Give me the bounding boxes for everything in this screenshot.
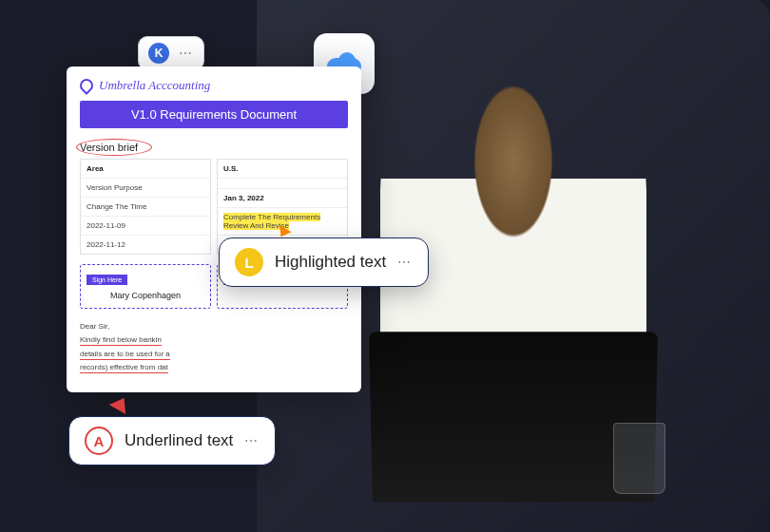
section-version-brief: Version brief <box>80 142 138 153</box>
document-title: V1.0 Requirements Document <box>80 101 348 128</box>
table-cell: 2022-11-09 <box>81 217 210 236</box>
callout-label: Highlighted text <box>275 253 386 272</box>
more-icon[interactable]: ⋯ <box>179 46 194 61</box>
avatar-l: L <box>235 248 263 276</box>
table-cell: U.S. <box>218 160 347 179</box>
more-icon[interactable]: ⋯ <box>397 255 413 270</box>
brand-name: Umbrella Acccounting <box>99 78 210 93</box>
letter-line: details are to be used for a <box>80 348 348 361</box>
table-cell: Area <box>81 160 210 179</box>
table-cell <box>218 179 347 189</box>
more-icon[interactable]: ⋯ <box>244 433 260 448</box>
avatar-k: K <box>148 43 169 64</box>
brand-row: Umbrella Acccounting <box>80 78 348 93</box>
callout-highlighted-text[interactable]: L Highlighted text ⋯ <box>219 238 429 287</box>
table-cell: 2022-11-12 <box>81 236 210 254</box>
signature-name: Mary Copenhagen <box>87 291 204 300</box>
table-cell: Change The Time <box>81 198 210 217</box>
umbrella-icon <box>77 76 96 95</box>
table-cell: Jan 3, 2022 <box>218 189 347 208</box>
document-card[interactable]: Umbrella Acccounting V1.0 Requirements D… <box>67 66 361 392</box>
water-glass <box>613 423 665 494</box>
sign-here-label: Sign Here <box>87 275 127 285</box>
signature-box-1[interactable]: Sign Here Mary Copenhagen <box>80 264 211 309</box>
callout-underlined-text[interactable]: A Underlined text ⋯ <box>68 416 276 466</box>
collaborator-badge-k[interactable]: K ⋯ <box>138 36 204 70</box>
letter-body: Dear Sir, Kindly find below bankin detai… <box>80 320 348 375</box>
red-circle-annotation-icon <box>76 139 152 156</box>
letter-line: Kindly find below bankin <box>80 333 348 347</box>
letter-line: records) effective from dat <box>80 361 348 374</box>
avatar-a: A <box>85 427 113 455</box>
letter-greeting: Dear Sir, <box>80 320 348 333</box>
table-left-column: Area Version Purpose Change The Time 202… <box>80 159 211 255</box>
callout-label: Underlined text <box>125 431 233 450</box>
cursor-red-icon <box>109 393 132 414</box>
table-cell: Version Purpose <box>81 179 210 198</box>
